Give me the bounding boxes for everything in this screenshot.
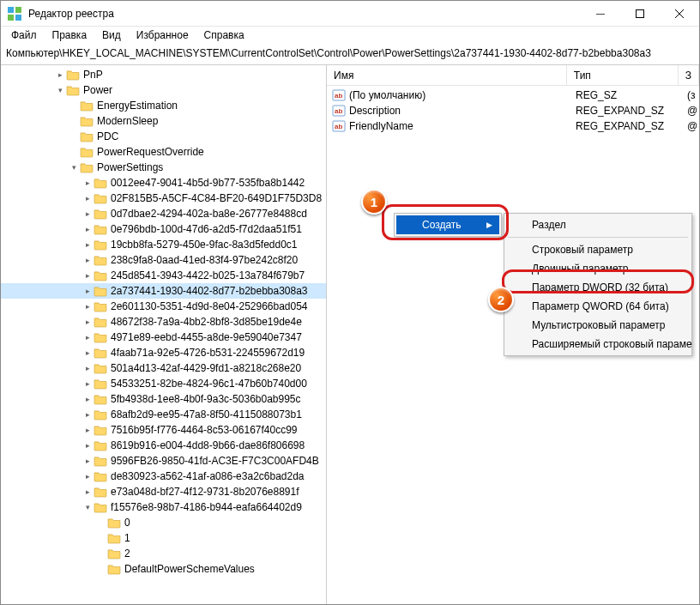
chevron-right-icon[interactable]: ▸ (81, 256, 94, 264)
tree-item-label: EnergyEstimation (97, 100, 178, 112)
menu-favorites[interactable]: Избранное (130, 27, 196, 43)
tree-item[interactable]: ▸54533251-82be-4824-96c1-47b60b740d00 (1, 376, 326, 391)
chevron-right-icon[interactable]: ▸ (81, 410, 94, 419)
tree-item[interactable]: ▸19cbb8fa-5279-450e-9fac-8a3d5fedd0c1 (1, 237, 326, 252)
tree-item[interactable]: 1 (1, 530, 326, 546)
titlebar: Редактор реестра — (1, 1, 699, 27)
tree-item[interactable]: ▸8619b916-e004-4dd8-9b66-dae86f806698 (1, 438, 326, 453)
menu-file[interactable]: Файл (4, 27, 44, 43)
close-button[interactable] (660, 1, 699, 27)
chevron-right-icon[interactable]: ▸ (81, 426, 94, 434)
chevron-right-icon[interactable]: ▸ (81, 194, 94, 203)
tree-item[interactable]: 2 (1, 546, 326, 561)
chevron-right-icon[interactable]: ▸ (81, 240, 94, 249)
menu-view[interactable]: Вид (95, 27, 128, 43)
ctx-section[interactable]: Раздел (506, 215, 690, 234)
tree-item[interactable]: DefaultPowerSchemeValues (1, 561, 326, 577)
tree-item[interactable]: 0 (1, 515, 326, 530)
tree-item[interactable]: ▸4faab71a-92e5-4726-b531-224559672d19 (1, 345, 326, 360)
chevron-right-icon[interactable]: ▸ (81, 472, 94, 481)
ctx-create[interactable]: Создать ▶ (396, 215, 499, 234)
tree-item[interactable]: PowerRequestOverride (1, 144, 326, 160)
tree-item[interactable]: ▸PnP (1, 67, 326, 82)
tree-item-label: PowerRequestOverride (97, 146, 204, 158)
tree-item-label: 2 (124, 548, 130, 560)
tree-item[interactable]: ▸245d8541-3943-4422-b025-13a784f679b7 (1, 268, 326, 283)
chevron-right-icon[interactable]: ▸ (81, 395, 94, 403)
tree-item[interactable]: ▸e73a048d-bf27-4f12-9731-8b2076e8891f (1, 484, 326, 499)
tree-item[interactable]: ▸0012ee47-9041-4b5d-9b77-535fba8b1442 (1, 175, 326, 191)
tree-item[interactable]: ▸68afb2d9-ee95-47a8-8f50-4115088073b1 (1, 407, 326, 422)
list-row[interactable]: DescriptionREG_EXPAND_SZ@ (327, 103, 699, 118)
chevron-right-icon[interactable]: ▸ (54, 70, 66, 79)
tree-item[interactable]: ▸48672f38-7a9a-4bb2-8bf8-3d85be19de4e (1, 314, 326, 330)
folder-icon (94, 455, 107, 467)
value-data: @ (680, 105, 699, 117)
chevron-right-icon[interactable]: ▸ (81, 271, 94, 280)
col-type[interactable]: Тип (567, 65, 679, 85)
chevron-right-icon[interactable]: ▸ (81, 457, 94, 465)
list-row[interactable]: FriendlyNameREG_EXPAND_SZ@ (327, 118, 699, 134)
chevron-right-icon[interactable]: ▸ (81, 178, 94, 187)
tree-item[interactable]: PDC (1, 129, 326, 144)
tree-item[interactable]: ▸de830923-a562-41af-a086-e3a2c6bad2da (1, 469, 326, 484)
folder-icon (94, 470, 107, 482)
col-name[interactable]: Имя (327, 65, 567, 85)
chevron-right-icon[interactable]: ▸ (81, 441, 94, 450)
minimize-button[interactable]: — (581, 1, 620, 27)
address-bar[interactable]: Компьютер\HKEY_LOCAL_MACHINE\SYSTEM\Curr… (1, 44, 699, 64)
maximize-button[interactable] (620, 1, 660, 27)
tree-item-label: 2e601130-5351-4d9d-8e04-252966bad054 (111, 300, 308, 312)
ctx-binary[interactable]: Двоичный параметр (506, 259, 690, 278)
chevron-right-icon[interactable]: ▸ (81, 287, 94, 295)
chevron-right-icon[interactable]: ▸ (81, 348, 94, 357)
tree-item[interactable]: ▸5fb4938d-1ee8-4b0f-9a3c-5036b0ab995c (1, 391, 326, 407)
chevron-right-icon[interactable]: ▸ (81, 487, 94, 496)
chevron-down-icon[interactable]: ▾ (81, 503, 94, 511)
app-icon (8, 7, 21, 21)
context-menu-new: Создать ▶ (394, 213, 502, 237)
reg-string-icon (332, 104, 346, 118)
tree-item[interactable]: ▸2a737441-1930-4402-8d77-b2bebba308a3 (1, 283, 326, 299)
tree-item[interactable]: ▸2e601130-5351-4d9d-8e04-252966bad054 (1, 299, 326, 314)
menu-edit[interactable]: Правка (45, 27, 94, 43)
folder-icon (94, 424, 107, 436)
chevron-right-icon[interactable]: ▸ (81, 379, 94, 388)
chevron-right-icon[interactable]: ▸ (81, 209, 94, 218)
tree-item[interactable]: ▾Power (1, 82, 326, 98)
tree-item[interactable]: ▸0d7dbae2-4294-402a-ba8e-26777e8488cd (1, 206, 326, 221)
tree-item-label: Power (83, 84, 112, 96)
chevron-right-icon[interactable]: ▸ (81, 333, 94, 342)
list-row[interactable]: (По умолчанию)REG_SZ(з (327, 88, 699, 103)
ctx-qword[interactable]: Параметр QWORD (64 бита) (506, 297, 690, 316)
tree-item[interactable]: ▸02F815B5-A5CF-4C84-BF20-649D1F75D3D8 (1, 191, 326, 206)
tree-scroll[interactable]: ▸PnP▾PowerEnergyEstimationModernSleepPDC… (1, 65, 326, 604)
value-name: FriendlyName (349, 120, 569, 132)
chevron-down-icon[interactable]: ▾ (54, 86, 66, 94)
chevron-right-icon[interactable]: ▸ (81, 225, 94, 233)
menu-help[interactable]: Справка (197, 27, 251, 43)
ctx-expand[interactable]: Расширяемый строковый параме (506, 335, 690, 354)
ctx-dword[interactable]: Параметр DWORD (32 бита) (506, 278, 690, 297)
tree-item[interactable]: ▾f15576e8-98b7-4186-b944-eafa664402d9 (1, 499, 326, 515)
col-data[interactable]: З (679, 65, 699, 85)
reg-string-icon (332, 119, 346, 133)
tree-item[interactable]: ▸9596FB26-9850-41fd-AC3E-F7C3C00AFD4B (1, 453, 326, 469)
tree-item[interactable]: EnergyEstimation (1, 98, 326, 113)
tree-item[interactable]: ▸501a4d13-42af-4429-9fd1-a8218c268e20 (1, 360, 326, 376)
ctx-multi[interactable]: Мультистроковый параметр (506, 316, 690, 335)
tree-item[interactable]: ▾PowerSettings (1, 160, 326, 175)
tree-item[interactable]: ▸238c9fa8-0aad-41ed-83f4-97be242c8f20 (1, 252, 326, 268)
ctx-string[interactable]: Строковый параметр (506, 240, 690, 259)
tree-item[interactable]: ModernSleep (1, 113, 326, 129)
tree-item[interactable]: ▸7516b95f-f776-4464-8c53-06167f40cc99 (1, 422, 326, 438)
tree-item[interactable]: ▸0e796bdb-100d-47d6-a2d5-f7d2daa51f51 (1, 221, 326, 237)
chevron-right-icon[interactable]: ▸ (81, 318, 94, 326)
tree-item-label: 2a737441-1930-4402-8d77-b2bebba308a3 (111, 285, 308, 297)
folder-icon (94, 486, 107, 498)
chevron-down-icon[interactable]: ▾ (68, 163, 80, 172)
chevron-right-icon[interactable]: ▸ (81, 302, 94, 311)
tree-item[interactable]: ▸4971e89-eebd-4455-a8de-9e59040e7347 (1, 330, 326, 345)
chevron-right-icon[interactable]: ▸ (81, 364, 94, 372)
value-name: Description (349, 105, 569, 117)
